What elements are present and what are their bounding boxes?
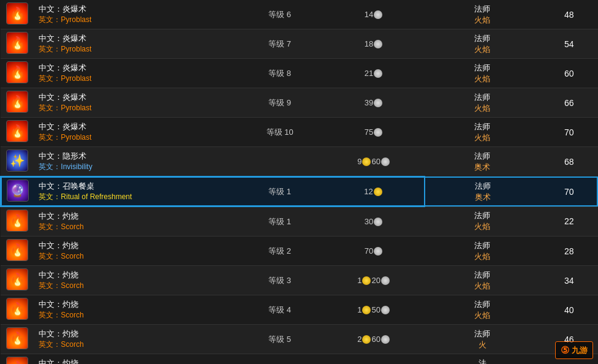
spell-learn-level-cell: 68 bbox=[540, 147, 598, 177]
spell-class-en: 奥术 bbox=[430, 162, 536, 173]
spell-class-cell: 法 火 bbox=[425, 354, 540, 365]
spell-name-cell: 中文：炎爆术 英文：Pyroblast bbox=[34, 118, 237, 147]
table-row-ritual-refreshment[interactable]: 🔮 中文：召唤餐桌 英文：Ritual of Refreshment 等级 1 … bbox=[1, 176, 598, 207]
spell-learn-level-cell: 34 bbox=[540, 266, 598, 295]
spell-cost: 960 bbox=[357, 157, 390, 166]
spell-name-cell: 中文：灼烧 英文：Scorch bbox=[34, 325, 237, 354]
spell-class-cell: 法师 火焰 bbox=[425, 207, 540, 237]
table-row-scorch-1[interactable]: 🔥 中文：灼烧 英文：Scorch 等级 1 30 法师 火焰 22 bbox=[1, 207, 598, 237]
table-row-scorch-4[interactable]: 🔥 中文：灼烧 英文：Scorch 等级 4 150 法师 火焰 40 bbox=[1, 295, 598, 325]
spell-name-cell: 中文：灼烧 英文：Scorch bbox=[34, 354, 237, 365]
spell-icon-cell: 🔥 bbox=[1, 29, 34, 59]
table-row-scorch-2[interactable]: 🔥 中文：灼烧 英文：Scorch 等级 2 70 法师 火焰 28 bbox=[1, 237, 598, 266]
spell-cost: 260 bbox=[357, 335, 390, 344]
spell-name-en: 英文：Ritual of Refreshment bbox=[39, 192, 232, 202]
table-row-scorch-3[interactable]: 🔥 中文：灼烧 英文：Scorch 等级 3 120 法师 火焰 34 bbox=[1, 266, 598, 295]
spell-cost-cell: 12 bbox=[323, 176, 424, 207]
spell-level: 等级 6 bbox=[268, 10, 291, 19]
spell-name-cell: 中文：灼烧 英文：Scorch bbox=[34, 207, 237, 237]
spell-class-en: 火焰 bbox=[430, 251, 536, 262]
spell-name-cell: 中文：炎爆术 英文：Pyroblast bbox=[34, 29, 237, 59]
spell-learn-level: 40 bbox=[564, 305, 574, 315]
spell-learn-level: 70 bbox=[564, 187, 574, 197]
spell-name-en: 英文：Scorch bbox=[39, 222, 232, 232]
table-row-pyroblast-8[interactable]: 🔥 中文：炎爆术 英文：Pyroblast 等级 8 21 法师 火焰 60 bbox=[1, 59, 598, 88]
table-row-pyroblast-6[interactable]: 🔥 中文：炎爆术 英文：Pyroblast 等级 6 14 法师 火焰 48 bbox=[1, 0, 598, 29]
spell-cost-cell: 18 bbox=[323, 29, 424, 59]
spell-class-cell: 法师 火焰 bbox=[425, 88, 540, 118]
spell-icon-cell: 🔥 bbox=[1, 325, 34, 354]
spell-name-en: 英文：Scorch bbox=[39, 310, 232, 320]
spell-level-cell: 等级 10 bbox=[237, 118, 324, 147]
spell-learn-level-cell: 60 bbox=[540, 59, 598, 88]
spell-name-cell: 中文：灼烧 英文：Scorch bbox=[34, 295, 237, 325]
spell-class-zh: 法师 bbox=[430, 299, 536, 310]
spell-class-en: 火焰 bbox=[430, 132, 536, 143]
spell-icon-cell: 🔥 bbox=[1, 354, 34, 365]
spell-class-zh: 法师 bbox=[430, 63, 536, 74]
spell-learn-level: 22 bbox=[564, 216, 574, 226]
spell-level-cell bbox=[237, 147, 324, 177]
spell-class-zh: 法 bbox=[430, 358, 536, 365]
spell-name-zh: 中文：灼烧 bbox=[39, 358, 232, 364]
spell-learn-level: 34 bbox=[564, 276, 574, 286]
spell-class-zh: 法师 bbox=[430, 33, 536, 44]
spell-cost: 150 bbox=[357, 305, 390, 314]
spell-name-zh: 中文：炎爆术 bbox=[39, 121, 232, 132]
spell-name-en: 英文：Pyroblast bbox=[39, 103, 232, 113]
spell-name-zh: 中文：灼烧 bbox=[39, 299, 232, 310]
spell-name-cell: 中文：灼烧 英文：Scorch bbox=[34, 237, 237, 266]
spell-class-en: 火焰 bbox=[430, 74, 536, 85]
spell-class-cell: 法师 火焰 bbox=[425, 237, 540, 266]
table-row-pyroblast-7[interactable]: 🔥 中文：炎爆术 英文：Pyroblast 等级 7 18 法师 火焰 54 bbox=[1, 29, 598, 59]
spell-cost-cell: 960 bbox=[323, 147, 424, 177]
spell-class-zh: 法师 bbox=[430, 270, 536, 281]
spell-class-cell: 法师 火焰 bbox=[425, 266, 540, 295]
spell-class-zh: 法师 bbox=[430, 240, 536, 251]
spell-name-zh: 中文：召唤餐桌 bbox=[39, 181, 232, 192]
table-row-invisibility[interactable]: ✨ 中文：隐形术 英文：Invisibility 960 法师 奥术 68 bbox=[1, 147, 598, 177]
spell-level-cell: 等级 6 bbox=[237, 354, 324, 365]
spell-cost-cell: 75 bbox=[323, 118, 424, 147]
spell-name-en: 英文：Pyroblast bbox=[39, 15, 232, 25]
spell-name-en: 英文：Scorch bbox=[39, 251, 232, 262]
spell-level: 等级 1 bbox=[268, 187, 291, 196]
spell-class-cell: 法师 奥术 bbox=[425, 147, 540, 177]
spell-cost: 12 bbox=[364, 187, 382, 196]
spell-name-en: 英文：Pyroblast bbox=[39, 74, 232, 84]
table-row-pyroblast-10[interactable]: 🔥 中文：炎爆术 英文：Pyroblast 等级 10 75 法师 火焰 70 bbox=[1, 118, 598, 147]
spell-class-zh: 法师 bbox=[430, 151, 536, 162]
spell-icon-cell: 🔥 bbox=[1, 88, 34, 118]
spell-learn-level: 68 bbox=[564, 157, 574, 167]
spell-level-cell: 等级 9 bbox=[237, 88, 324, 118]
spell-class-en: 火焰 bbox=[430, 15, 536, 26]
spell-icon-cell: 🔥 bbox=[1, 237, 34, 266]
spell-cost-cell: 120 bbox=[323, 266, 424, 295]
spell-learn-level: 48 bbox=[564, 10, 574, 20]
spell-cost-cell: 39 bbox=[323, 88, 424, 118]
spell-class-cell: 法师 火焰 bbox=[425, 118, 540, 147]
spell-level-cell: 等级 6 bbox=[237, 0, 324, 29]
spell-class-zh: 法师 bbox=[430, 210, 536, 221]
spell-level: 等级 5 bbox=[268, 335, 291, 344]
table-row-scorch-6[interactable]: 🔥 中文：灼烧 英文：Scorch 等级 6 350 法 火 52 bbox=[1, 354, 598, 365]
spell-name-en: 英文：Invisibility bbox=[39, 162, 232, 172]
table-row-pyroblast-9[interactable]: 🔥 中文：炎爆术 英文：Pyroblast 等级 9 39 法师 火焰 66 bbox=[1, 88, 598, 118]
spell-name-zh: 中文：炎爆术 bbox=[39, 63, 232, 74]
spell-level: 等级 8 bbox=[268, 69, 291, 78]
table-row-scorch-5[interactable]: 🔥 中文：灼烧 英文：Scorch 等级 5 260 法师 火 46 bbox=[1, 325, 598, 354]
spell-cost: 75 bbox=[365, 127, 383, 137]
spell-learn-level-cell: 48 bbox=[540, 0, 598, 29]
spell-cost-cell: 70 bbox=[323, 237, 424, 266]
spell-class-zh: 法师 bbox=[430, 328, 536, 339]
spell-icon-cell: ✨ bbox=[1, 147, 34, 177]
spell-class-cell: 法师 火焰 bbox=[425, 0, 540, 29]
spell-icon-cell: 🔥 bbox=[1, 295, 34, 325]
spell-class-cell: 法师 奥术 bbox=[425, 176, 540, 207]
spell-learn-level-cell: 66 bbox=[540, 88, 598, 118]
spell-class-cell: 法师 火焰 bbox=[425, 29, 540, 59]
spell-name-zh: 中文：灼烧 bbox=[39, 270, 232, 281]
spell-class-en: 火焰 bbox=[430, 103, 536, 114]
spell-learn-level: 66 bbox=[564, 98, 574, 108]
spell-name-en: 英文：Pyroblast bbox=[39, 132, 232, 143]
